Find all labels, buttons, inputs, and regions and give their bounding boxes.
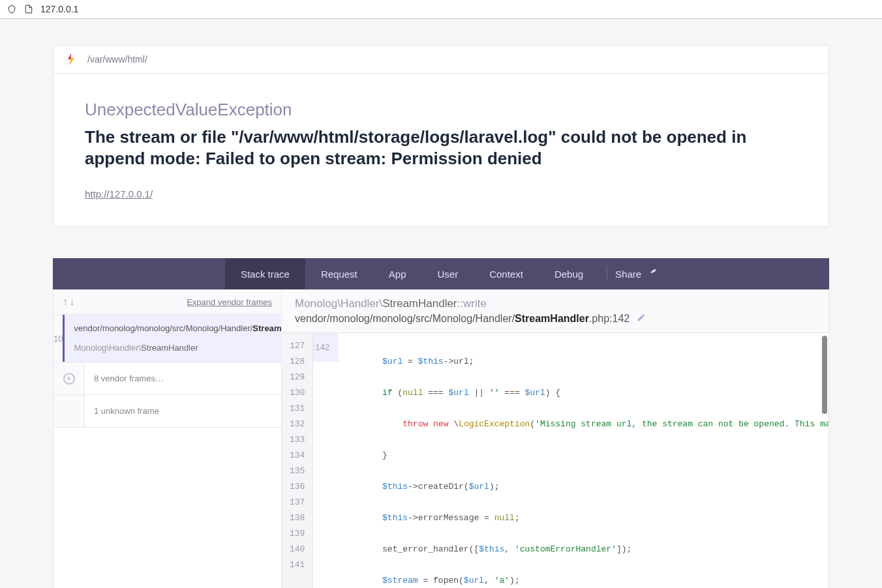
arrow-up-icon[interactable]: ↑	[63, 296, 68, 308]
tab-divider	[607, 266, 607, 282]
code-lines[interactable]: $url = $this->url; if (null === $url || …	[313, 333, 829, 588]
frame-namespace: Monolog\Handler\StreamHandler	[74, 342, 198, 354]
vendor-frames-label: 8 vendor frames…	[94, 374, 164, 383]
url-text[interactable]: 127.0.0.1	[40, 4, 78, 14]
frame-item[interactable]: 10 vendor/monolog/monolog/src/Monolog/Ha…	[53, 315, 281, 362]
plus-icon[interactable]: +	[63, 373, 75, 385]
request-url-link[interactable]: http://127.0.0.1/	[85, 188, 153, 199]
exception-class: UnexpectedValueException	[85, 100, 797, 120]
frame-nav-arrows[interactable]: ↑ ↓	[63, 296, 74, 308]
share-label: Share	[615, 269, 641, 280]
frame-number: 10	[53, 315, 63, 362]
scrollbar-thumb[interactable]	[822, 336, 827, 414]
shield-icon[interactable]	[7, 4, 17, 14]
tab-stack-trace[interactable]: Stack trace	[225, 258, 305, 289]
pencil-icon[interactable]	[637, 313, 646, 324]
line-numbers: 127 128 129 130 131 132 133 134 135 136 …	[282, 333, 313, 588]
document-icon	[23, 4, 34, 14]
tab-user[interactable]: User	[422, 258, 474, 289]
share-button[interactable]: Share	[615, 269, 657, 280]
exception-message: The stream or file "/var/www/html/storag…	[85, 126, 797, 169]
vendor-frames-toggle[interactable]: + 8 vendor frames…	[53, 362, 281, 395]
browser-address-bar: 127.0.0.1	[0, 0, 882, 19]
expand-vendor-link[interactable]: Expand vendor frames	[187, 297, 272, 307]
unknown-frame-label: 1 unknown frame	[94, 406, 159, 416]
ignition-logo-icon	[67, 53, 76, 65]
code-header: Monolog\Handler\StreamHandler::write ven…	[282, 289, 829, 333]
sidebar-controls: ↑ ↓ Expand vendor frames	[53, 289, 281, 315]
unknown-frame-gutter	[53, 395, 85, 427]
expand-icon-cell: +	[53, 362, 85, 394]
stack-content: ↑ ↓ Expand vendor frames 10 vendor/monol…	[53, 289, 829, 588]
frames-sidebar: ↑ ↓ Expand vendor frames 10 vendor/monol…	[53, 289, 282, 588]
tab-bar: Stack trace Request App User Context Deb…	[53, 258, 829, 289]
scrollbar[interactable]	[822, 333, 827, 588]
code-panel: Monolog\Handler\StreamHandler::write ven…	[282, 289, 829, 588]
namespace-path: Monolog\Handler\StreamHandler::write	[295, 297, 815, 310]
share-icon	[648, 269, 657, 280]
card-header: /var/www/html/	[53, 46, 829, 74]
project-path: /var/www/html/	[87, 54, 147, 65]
tab-app[interactable]: App	[373, 258, 422, 289]
unknown-frame-item[interactable]: 1 unknown frame	[53, 395, 281, 428]
tab-debug[interactable]: Debug	[539, 258, 599, 289]
code-block: 127 128 129 130 131 132 133 134 135 136 …	[282, 333, 829, 588]
exception-card: /var/www/html/ UnexpectedValueException …	[53, 45, 829, 227]
tab-request[interactable]: Request	[305, 258, 373, 289]
tab-context[interactable]: Context	[474, 258, 539, 289]
file-location: vendor/monolog/monolog/src/Monolog/Handl…	[295, 313, 815, 325]
arrow-down-icon[interactable]: ↓	[69, 296, 74, 308]
